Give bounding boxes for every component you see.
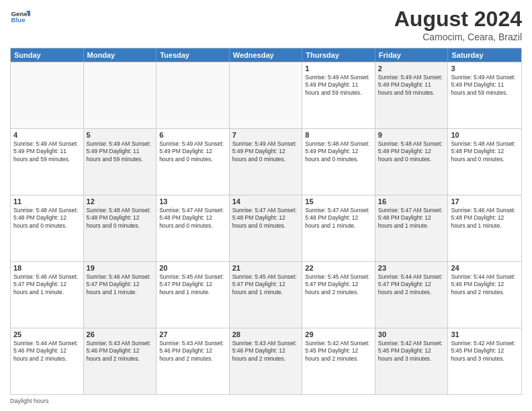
footer: Daylight hours <box>10 398 522 404</box>
day-number: 31 <box>451 330 519 338</box>
calendar-cell: 20Sunrise: 5:45 AM Sunset: 5:47 PM Dayli… <box>157 262 230 328</box>
weekday-header-thursday: Thursday <box>302 48 375 62</box>
title-block: August 2024 Camocim, Ceara, Brazil <box>394 7 522 42</box>
calendar-cell <box>230 62 303 128</box>
day-info: Sunrise: 5:49 AM Sunset: 5:49 PM Dayligh… <box>305 74 372 97</box>
day-number: 26 <box>87 330 154 338</box>
day-number: 19 <box>87 264 154 272</box>
day-number: 4 <box>13 131 81 139</box>
calendar-cell: 26Sunrise: 5:43 AM Sunset: 5:46 PM Dayli… <box>84 328 157 394</box>
day-info: Sunrise: 5:44 AM Sunset: 5:46 PM Dayligh… <box>13 340 81 363</box>
day-info: Sunrise: 5:45 AM Sunset: 5:47 PM Dayligh… <box>232 273 300 296</box>
day-number: 13 <box>159 197 226 205</box>
weekday-header-sunday: Sunday <box>11 48 84 62</box>
weekday-header-monday: Monday <box>84 48 157 62</box>
day-info: Sunrise: 5:49 AM Sunset: 5:49 PM Dayligh… <box>232 140 300 163</box>
calendar-cell: 29Sunrise: 5:42 AM Sunset: 5:45 PM Dayli… <box>302 328 375 394</box>
day-info: Sunrise: 5:43 AM Sunset: 5:46 PM Dayligh… <box>159 340 226 363</box>
calendar-cell: 15Sunrise: 5:47 AM Sunset: 5:48 PM Dayli… <box>302 195 375 261</box>
day-info: Sunrise: 5:46 AM Sunset: 5:47 PM Dayligh… <box>87 273 154 296</box>
calendar-cell: 31Sunrise: 5:42 AM Sunset: 5:45 PM Dayli… <box>448 328 521 394</box>
calendar-cell: 22Sunrise: 5:45 AM Sunset: 5:47 PM Dayli… <box>302 262 375 328</box>
calendar-week-4: 18Sunrise: 5:46 AM Sunset: 5:47 PM Dayli… <box>11 261 521 328</box>
day-number: 23 <box>378 264 445 272</box>
day-info: Sunrise: 5:43 AM Sunset: 5:46 PM Dayligh… <box>87 340 154 363</box>
day-number: 16 <box>378 197 445 205</box>
calendar-cell: 6Sunrise: 5:49 AM Sunset: 5:49 PM Daylig… <box>157 129 230 195</box>
day-info: Sunrise: 5:43 AM Sunset: 5:46 PM Dayligh… <box>232 340 300 363</box>
calendar-cell: 16Sunrise: 5:47 AM Sunset: 5:48 PM Dayli… <box>375 195 449 261</box>
calendar-cell: 27Sunrise: 5:43 AM Sunset: 5:46 PM Dayli… <box>157 328 230 394</box>
calendar-week-1: 1Sunrise: 5:49 AM Sunset: 5:49 PM Daylig… <box>11 62 521 128</box>
day-info: Sunrise: 5:47 AM Sunset: 5:48 PM Dayligh… <box>232 207 300 230</box>
day-info: Sunrise: 5:46 AM Sunset: 5:48 PM Dayligh… <box>451 207 519 230</box>
day-number: 24 <box>451 264 519 272</box>
day-info: Sunrise: 5:48 AM Sunset: 5:48 PM Dayligh… <box>451 140 519 163</box>
day-info: Sunrise: 5:46 AM Sunset: 5:47 PM Dayligh… <box>13 273 81 296</box>
calendar-cell: 25Sunrise: 5:44 AM Sunset: 5:46 PM Dayli… <box>11 328 84 394</box>
day-number: 11 <box>13 197 81 205</box>
daylight-label: Daylight hours <box>10 398 49 404</box>
day-number: 18 <box>13 264 81 272</box>
day-info: Sunrise: 5:49 AM Sunset: 5:49 PM Dayligh… <box>13 140 81 163</box>
day-info: Sunrise: 5:44 AM Sunset: 5:47 PM Dayligh… <box>378 273 445 296</box>
day-info: Sunrise: 5:47 AM Sunset: 5:48 PM Dayligh… <box>305 207 372 230</box>
svg-text:Blue: Blue <box>11 16 26 24</box>
calendar-cell: 17Sunrise: 5:46 AM Sunset: 5:48 PM Dayli… <box>448 195 521 261</box>
day-info: Sunrise: 5:49 AM Sunset: 5:49 PM Dayligh… <box>87 140 154 163</box>
day-number: 14 <box>232 197 300 205</box>
calendar-cell: 12Sunrise: 5:48 AM Sunset: 5:48 PM Dayli… <box>84 195 157 261</box>
day-number: 17 <box>451 197 519 205</box>
calendar-cell: 8Sunrise: 5:48 AM Sunset: 5:49 PM Daylig… <box>302 129 375 195</box>
calendar-cell: 28Sunrise: 5:43 AM Sunset: 5:46 PM Dayli… <box>230 328 303 394</box>
day-info: Sunrise: 5:49 AM Sunset: 5:49 PM Dayligh… <box>451 74 519 97</box>
calendar-cell <box>11 62 84 128</box>
day-info: Sunrise: 5:44 AM Sunset: 5:46 PM Dayligh… <box>451 273 519 296</box>
calendar-cell: 14Sunrise: 5:47 AM Sunset: 5:48 PM Dayli… <box>230 195 303 261</box>
calendar-cell: 2Sunrise: 5:49 AM Sunset: 5:49 PM Daylig… <box>375 62 449 128</box>
day-number: 20 <box>159 264 226 272</box>
calendar: SundayMondayTuesdayWednesdayThursdayFrid… <box>10 48 522 395</box>
day-number: 1 <box>305 64 372 73</box>
day-number: 6 <box>159 131 226 139</box>
day-info: Sunrise: 5:47 AM Sunset: 5:48 PM Dayligh… <box>159 207 226 230</box>
calendar-week-3: 11Sunrise: 5:48 AM Sunset: 5:48 PM Dayli… <box>11 195 521 261</box>
day-info: Sunrise: 5:42 AM Sunset: 5:45 PM Dayligh… <box>378 340 445 363</box>
calendar-cell: 13Sunrise: 5:47 AM Sunset: 5:48 PM Dayli… <box>157 195 230 261</box>
page-header: General Blue August 2024 Camocim, Ceara,… <box>10 7 522 42</box>
day-number: 8 <box>305 131 372 139</box>
day-info: Sunrise: 5:48 AM Sunset: 5:48 PM Dayligh… <box>13 207 81 230</box>
calendar-cell: 10Sunrise: 5:48 AM Sunset: 5:48 PM Dayli… <box>448 129 521 195</box>
day-number: 12 <box>87 197 154 205</box>
day-info: Sunrise: 5:45 AM Sunset: 5:47 PM Dayligh… <box>305 273 372 296</box>
calendar-cell: 3Sunrise: 5:49 AM Sunset: 5:49 PM Daylig… <box>448 62 521 128</box>
calendar-cell: 23Sunrise: 5:44 AM Sunset: 5:47 PM Dayli… <box>375 262 449 328</box>
calendar-cell: 24Sunrise: 5:44 AM Sunset: 5:46 PM Dayli… <box>448 262 521 328</box>
calendar-week-2: 4Sunrise: 5:49 AM Sunset: 5:49 PM Daylig… <box>11 128 521 195</box>
calendar-cell: 5Sunrise: 5:49 AM Sunset: 5:49 PM Daylig… <box>84 129 157 195</box>
weekday-header-wednesday: Wednesday <box>230 48 303 62</box>
day-number: 9 <box>378 131 445 139</box>
calendar-week-5: 25Sunrise: 5:44 AM Sunset: 5:46 PM Dayli… <box>11 328 521 394</box>
day-number: 5 <box>87 131 154 139</box>
day-number: 7 <box>232 131 300 139</box>
logo-icon: General Blue <box>10 7 30 27</box>
calendar-cell: 18Sunrise: 5:46 AM Sunset: 5:47 PM Dayli… <box>11 262 84 328</box>
day-info: Sunrise: 5:49 AM Sunset: 5:49 PM Dayligh… <box>378 74 445 97</box>
weekday-header-tuesday: Tuesday <box>157 48 230 62</box>
calendar-header: SundayMondayTuesdayWednesdayThursdayFrid… <box>11 48 521 62</box>
day-number: 28 <box>232 330 300 338</box>
day-info: Sunrise: 5:48 AM Sunset: 5:49 PM Dayligh… <box>305 140 372 163</box>
calendar-cell: 30Sunrise: 5:42 AM Sunset: 5:45 PM Dayli… <box>375 328 449 394</box>
day-number: 3 <box>451 64 519 73</box>
logo: General Blue <box>10 7 30 27</box>
day-info: Sunrise: 5:48 AM Sunset: 5:49 PM Dayligh… <box>378 140 445 163</box>
day-number: 22 <box>305 264 372 272</box>
day-info: Sunrise: 5:47 AM Sunset: 5:48 PM Dayligh… <box>378 207 445 230</box>
page-container: General Blue August 2024 Camocim, Ceara,… <box>0 0 532 411</box>
day-info: Sunrise: 5:45 AM Sunset: 5:47 PM Dayligh… <box>159 273 226 296</box>
day-number: 2 <box>378 64 445 73</box>
day-number: 29 <box>305 330 372 338</box>
day-info: Sunrise: 5:49 AM Sunset: 5:49 PM Dayligh… <box>159 140 226 163</box>
calendar-cell: 11Sunrise: 5:48 AM Sunset: 5:48 PM Dayli… <box>11 195 84 261</box>
